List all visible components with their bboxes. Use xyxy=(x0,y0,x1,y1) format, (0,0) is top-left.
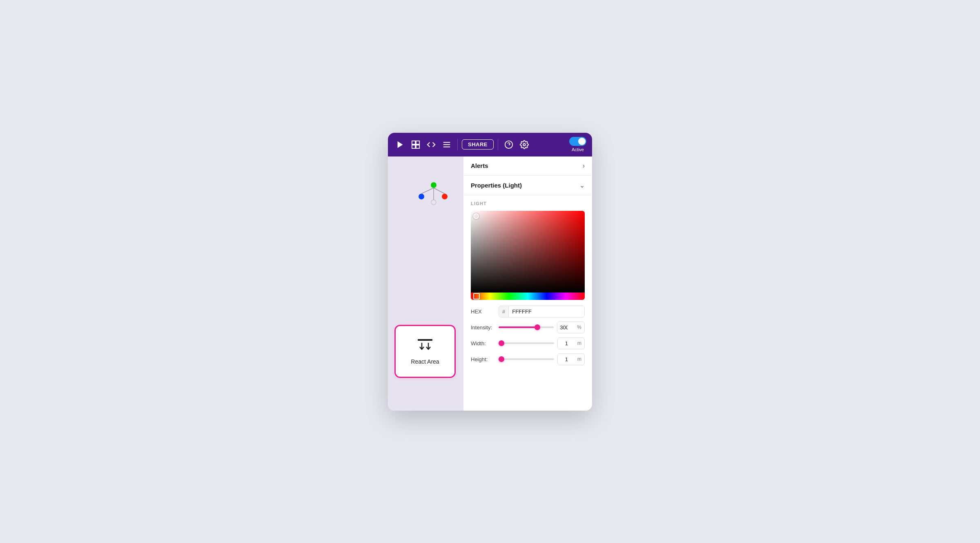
code-button[interactable] xyxy=(425,138,438,151)
svg-rect-2 xyxy=(416,141,419,144)
svg-point-14 xyxy=(431,200,436,205)
color-gradient[interactable] xyxy=(471,211,585,293)
properties-title: Properties (Light) xyxy=(471,182,522,189)
hex-row: HEX # xyxy=(471,306,585,317)
svg-point-12 xyxy=(419,194,424,199)
height-unit: m xyxy=(577,354,584,364)
color-picker[interactable] xyxy=(471,211,585,300)
active-label: Active xyxy=(572,147,584,152)
network-node xyxy=(415,173,452,210)
svg-point-10 xyxy=(523,143,526,146)
properties-section-header[interactable]: Properties (Light) ⌄ xyxy=(463,176,592,195)
light-section-label: LIGHT xyxy=(471,201,585,206)
share-button[interactable]: SHARE xyxy=(462,139,494,150)
svg-line-16 xyxy=(434,188,445,194)
toggle-thumb xyxy=(578,138,586,145)
width-unit: m xyxy=(577,338,584,349)
app-window: SHARE Active xyxy=(388,133,592,411)
right-panel: Alerts › Properties (Light) ⌄ LIGHT xyxy=(463,156,592,411)
height-label: Height: xyxy=(471,356,495,362)
height-slider-thumb[interactable] xyxy=(499,356,504,362)
intensity-unit: % xyxy=(576,322,584,333)
alerts-section-header[interactable]: Alerts › xyxy=(463,156,592,176)
svg-line-15 xyxy=(421,188,434,194)
intensity-label: Intensity: xyxy=(471,324,495,331)
hex-input[interactable] xyxy=(509,306,584,317)
properties-section: LIGHT HEX # xyxy=(463,195,592,375)
intensity-slider[interactable] xyxy=(499,326,554,328)
height-input[interactable] xyxy=(558,354,577,365)
toolbar-divider-2 xyxy=(498,139,498,150)
svg-marker-0 xyxy=(398,141,403,148)
toolbar: SHARE Active xyxy=(388,133,592,156)
width-slider[interactable] xyxy=(499,342,554,344)
intensity-row: Intensity: % xyxy=(471,322,585,333)
hex-input-wrapper: # xyxy=(499,306,585,317)
intensity-input-wrapper: % xyxy=(557,322,585,333)
intensity-input[interactable] xyxy=(557,322,576,333)
toolbar-divider xyxy=(457,139,458,150)
svg-rect-18 xyxy=(418,339,432,341)
canvas-area: React Area xyxy=(388,156,463,411)
height-input-wrapper: m xyxy=(557,353,585,365)
grid-button[interactable] xyxy=(409,138,422,151)
width-input[interactable] xyxy=(558,338,577,349)
settings-button[interactable] xyxy=(518,138,531,151)
width-row: Width: m xyxy=(471,337,585,349)
svg-point-13 xyxy=(442,194,448,199)
width-input-wrapper: m xyxy=(557,337,585,349)
hue-slider-thumb[interactable] xyxy=(473,293,480,299)
react-area-icon xyxy=(416,338,434,355)
main-content: React Area Alerts › Properties (Light) ⌄… xyxy=(388,156,592,411)
hex-label: HEX xyxy=(471,308,495,315)
help-button[interactable] xyxy=(502,138,515,151)
svg-rect-3 xyxy=(412,145,415,148)
toggle-track[interactable] xyxy=(569,137,586,146)
width-slider-thumb[interactable] xyxy=(499,340,504,346)
properties-chevron-down-icon: ⌄ xyxy=(579,181,585,189)
svg-point-11 xyxy=(431,182,437,188)
color-picker-thumb[interactable] xyxy=(473,213,479,219)
react-area-label: React Area xyxy=(411,358,439,365)
svg-rect-1 xyxy=(412,141,415,144)
svg-rect-4 xyxy=(416,145,419,148)
width-label: Width: xyxy=(471,340,495,346)
height-slider[interactable] xyxy=(499,358,554,360)
hex-prefix: # xyxy=(499,306,509,317)
alerts-chevron-right-icon: › xyxy=(583,162,585,170)
react-area-card[interactable]: React Area xyxy=(394,325,456,378)
hue-slider[interactable] xyxy=(471,293,585,300)
play-button[interactable] xyxy=(394,138,407,151)
list-button[interactable] xyxy=(440,138,453,151)
alerts-title: Alerts xyxy=(471,162,488,169)
height-row: Height: m xyxy=(471,353,585,365)
active-toggle[interactable]: Active xyxy=(569,137,586,152)
intensity-slider-thumb[interactable] xyxy=(535,324,540,330)
